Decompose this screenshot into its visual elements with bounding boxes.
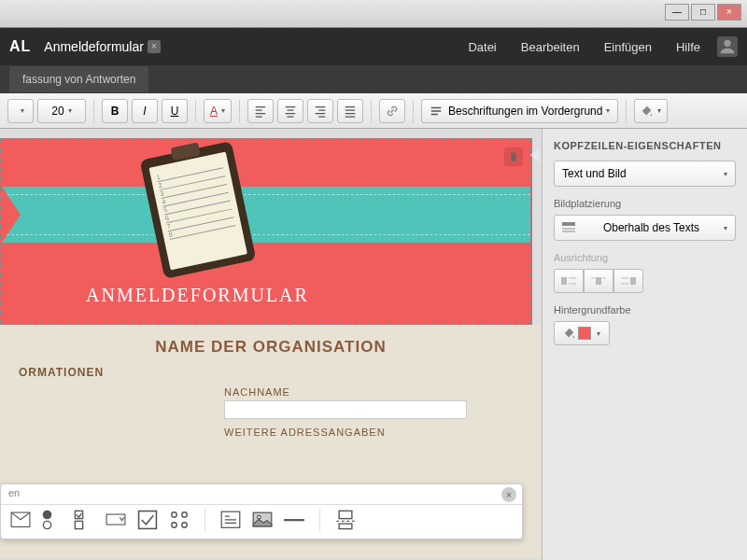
alignment-group: [554, 269, 736, 293]
alignment-label: Ausrichtung: [554, 252, 736, 263]
image-block-icon[interactable]: [252, 510, 273, 530]
clipboard-graphic: 12345678: [140, 141, 257, 279]
svg-point-10: [172, 523, 177, 528]
section-header[interactable]: ORMATIONEN: [19, 366, 523, 379]
close-float-button[interactable]: ×: [501, 487, 516, 502]
svg-rect-24: [596, 277, 601, 285]
font-dropdown[interactable]: ▾: [7, 99, 34, 123]
close-window-button[interactable]: ×: [717, 4, 741, 21]
font-size-input[interactable]: 20▾: [37, 99, 86, 123]
nachname-label: NACHNAME: [224, 386, 523, 398]
align-left-button[interactable]: [247, 99, 274, 123]
align-img-left[interactable]: [554, 269, 584, 293]
format-toolbar: ▾ 20▾ B I U A▾ Beschriftungen im Vorderg…: [0, 93, 747, 129]
tab-responses[interactable]: fassung von Antworten: [9, 66, 148, 92]
svg-point-14: [258, 516, 261, 520]
paint-bucket-button[interactable]: ▾: [634, 99, 668, 123]
text-color-button[interactable]: A▾: [204, 99, 232, 123]
align-justify-button[interactable]: [337, 99, 363, 123]
svg-point-2: [43, 511, 50, 518]
form-canvas: 12345678 ANMELDEFORMULAR NAME DER ORGANI…: [0, 129, 542, 560]
window-titlebar: — □ ×: [0, 0, 747, 28]
float-title: en: [8, 487, 20, 498]
svg-point-0: [724, 40, 730, 47]
svg-point-3: [43, 521, 50, 528]
document-title: Anmeldeformular: [44, 39, 144, 54]
align-right-button[interactable]: [307, 99, 333, 123]
nachname-input[interactable]: [224, 400, 467, 419]
align-img-center[interactable]: [584, 269, 613, 293]
checkbox-icon[interactable]: [137, 510, 158, 530]
checkbox-list-icon[interactable]: [74, 510, 94, 530]
floating-insert-toolbar: en×: [0, 483, 523, 539]
menu-hilfe[interactable]: Hilfe: [676, 40, 700, 54]
app-menubar: AL Anmeldeformular × Datei Bearbeiten Ei…: [0, 28, 747, 65]
svg-rect-17: [339, 524, 352, 529]
menu-datei[interactable]: Datei: [468, 40, 496, 54]
italic-button[interactable]: I: [132, 99, 158, 123]
sidebar-title: KOPFZEILEN-EIGENSCHAFTEN: [554, 140, 736, 151]
ribbon-graphic: [2, 187, 530, 243]
form-header[interactable]: 12345678 ANMELDEFORMULAR: [0, 138, 532, 325]
svg-rect-21: [561, 277, 567, 285]
grid-field-icon[interactable]: [169, 510, 190, 530]
divider-icon[interactable]: [284, 510, 304, 530]
bold-button[interactable]: B: [102, 99, 128, 123]
underline-button[interactable]: U: [162, 99, 188, 123]
menu-einfuegen[interactable]: Einfügen: [604, 40, 652, 54]
placement-select[interactable]: Oberhalb des Texts▾: [554, 215, 736, 241]
svg-point-9: [182, 512, 188, 518]
link-button[interactable]: [379, 99, 405, 123]
page-break-icon[interactable]: [335, 510, 356, 530]
svg-rect-27: [630, 277, 636, 285]
bgcolor-picker[interactable]: ▾: [554, 321, 610, 345]
placement-label: Bildplatzierung: [554, 198, 736, 209]
bgcolor-label: Hintergrundfarbe: [554, 304, 736, 315]
header-title[interactable]: ANMELDEFORMULAR: [86, 285, 309, 306]
properties-sidebar: KOPFZEILEN-EIGENSCHAFTEN Text und Bild▾ …: [542, 129, 747, 560]
align-center-button[interactable]: [277, 99, 303, 123]
radio-field-icon[interactable]: [42, 510, 63, 530]
user-avatar[interactable]: [717, 36, 738, 57]
maximize-button[interactable]: □: [691, 4, 715, 21]
delete-header-button[interactable]: [504, 147, 523, 166]
svg-rect-5: [75, 521, 82, 528]
menu-bearbeiten[interactable]: Bearbeiten: [521, 40, 580, 54]
svg-rect-18: [562, 222, 575, 226]
weitere-label: WEITERE ADRESSANGABEN: [224, 427, 523, 438]
tab-bar: fassung von Antworten: [0, 65, 747, 93]
app-logo: AL: [9, 38, 31, 55]
email-field-icon[interactable]: [10, 510, 31, 530]
svg-point-8: [172, 512, 177, 518]
org-name-heading[interactable]: NAME DER ORGANISATION: [19, 338, 523, 357]
minimize-button[interactable]: —: [665, 4, 689, 21]
text-block-icon[interactable]: [220, 510, 241, 530]
svg-point-11: [182, 523, 188, 528]
close-doc-button[interactable]: ×: [148, 40, 161, 53]
header-type-select[interactable]: Text und Bild▾: [554, 161, 736, 187]
layers-dropdown[interactable]: Beschriftungen im Vordergrund▾: [421, 99, 618, 123]
svg-rect-7: [139, 511, 157, 529]
align-img-right[interactable]: [613, 269, 643, 293]
svg-rect-16: [339, 511, 352, 518]
dropdown-field-icon[interactable]: [106, 510, 126, 530]
